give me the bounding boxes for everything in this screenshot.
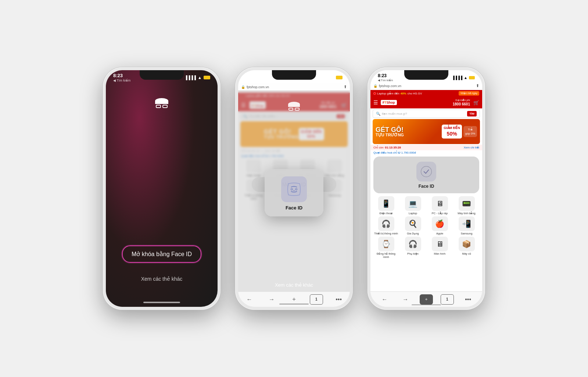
promo-pct-badge-3: GIẢM ĐẾN 50% (442, 125, 462, 139)
home-indicator-1 (143, 302, 180, 303)
share-icon-3[interactable]: ⬆ (476, 83, 479, 88)
grid-item-samsung-3[interactable]: 📲 Samsung (454, 216, 479, 235)
see-more-text-1[interactable]: Xem các thẻ khác (141, 276, 183, 282)
face-id-hat-2 (288, 102, 300, 111)
search-icon-3: 🔍 (376, 112, 380, 116)
browser-bar-2: 🔒 fptshop.com.vn ⬆ (238, 83, 350, 91)
hamburger-3[interactable]: ☰ (373, 100, 378, 105)
back-nav-2[interactable]: ← (243, 294, 256, 305)
unlock-face-id-button[interactable]: Mở khóa bằng Face ID (122, 245, 201, 263)
grid-item-maycu-3[interactable]: 📦 Máy cũ (454, 237, 479, 259)
promo-text-3: GÉT GÔ! TỰU TRƯỜNG (376, 126, 404, 137)
more-btn-3[interactable]: ••• (462, 294, 475, 305)
search-bar-3[interactable]: 🔍 Bạn muốn mua gì? TÌM (373, 109, 480, 118)
tab-count-btn-3[interactable]: 1 (441, 294, 454, 305)
banner-suffix-3: cho HS-SV (408, 92, 422, 95)
search-btn-3[interactable]: TÌM (467, 111, 477, 116)
banner-btn-3[interactable]: Nhận mã ngay (459, 91, 479, 96)
grid-label-watch-3: Đồng hồ thông minh (373, 252, 399, 259)
faceid-card-label-3: Face ID (419, 184, 434, 189)
faceid-svg-2 (286, 181, 302, 198)
forward-btn-3[interactable]: → (399, 294, 412, 305)
address-bar-3[interactable]: 🔒 fptshop.com.vn ⬆ (370, 83, 482, 90)
grid-thumb-samsung-3: 📲 (459, 216, 475, 231)
grid-thumb-apple-3: 🍎 (432, 216, 448, 231)
promo2-3: Quạt điều hoà chỉ từ 1.790.000đ (370, 150, 482, 155)
faceid-popup-icon-2 (281, 176, 307, 202)
grid-item-apple-3[interactable]: 🍎 Apple (427, 216, 452, 235)
svg-point-1 (295, 188, 297, 190)
search-placeholder-3[interactable]: Bạn muốn mua gì? (382, 112, 466, 115)
svg-point-2 (421, 166, 432, 177)
lock-icon-3: 🔒 (373, 84, 377, 88)
grid-thumb-laptop-3: 💻 (405, 196, 421, 211)
checkmark-svg-3 (420, 166, 432, 177)
faceid-popup-2[interactable]: Face ID (265, 169, 323, 216)
faceid-checkmark-3 (416, 162, 436, 182)
grid-label-tablet-3: Máy tính bảng (458, 212, 475, 215)
grid-label-phone-3: Điện thoại (380, 212, 392, 215)
grid-item-manhinh-3[interactable]: 🖥 Màn hình (427, 237, 452, 259)
back-btn-3[interactable]: ← (378, 294, 391, 305)
grid-thumb-watch-3: ⌚ (378, 237, 394, 251)
back-label-1[interactable]: ◀ Tìm kiếm (113, 79, 130, 82)
grid-item-watch-3[interactable]: ⌚ Đồng hồ thông minh (373, 237, 399, 259)
phone-1: 8:23 ◀ Tìm kiếm ▐▐▐▐ ▲ Mở khóa bằng Face… (103, 67, 220, 310)
signal-icon-1: ▐▐▐▐ (184, 75, 196, 80)
grid-label-phukien-3: Phụ kiện (407, 252, 419, 255)
battery-icon-2 (336, 76, 343, 79)
grid-item-phukien-3[interactable]: 🎧 Phụ kiện (400, 237, 426, 259)
phone-3: 8:23 ◀ Tìm kiếm ▐▐▐▐ ▲ 🔒 fptshop.com.vn … (368, 67, 485, 310)
grid-thumb-maycu-3: 📦 (459, 237, 475, 251)
see-more-text-2[interactable]: Xem các thẻ khác (275, 282, 313, 288)
home-indicator-3 (412, 304, 441, 305)
fpt-nav-3: ☰ FT Shop Gọi miễn phí 1800 6601 🛒 (370, 97, 482, 108)
signal-icon-2: ▐▐▐▐ (317, 75, 328, 80)
cart-icon-3[interactable]: 🛒 (473, 100, 479, 105)
signal-icon-3: ▐▐▐▐ (452, 76, 462, 80)
tab-count-nav-2[interactable]: 1 (310, 294, 323, 305)
grid-item-pc-3[interactable]: 🖥 PC - Lắp ráp (427, 196, 452, 215)
phone-2: 8:23 ◀ Tìm kiếm ▐▐▐▐ ▲ 🔒 fptshop.com.vn … (235, 67, 353, 310)
svg-point-0 (291, 188, 293, 190)
grid-item-phone-3[interactable]: 📱 Điện thoại (373, 196, 399, 215)
banner-text-3: Laptop giảm đến (377, 92, 399, 95)
grid-item-laptop-3[interactable]: 💻 Laptop (400, 196, 426, 215)
grid-label-giadung-3: Gia Dụng (407, 232, 419, 235)
status-time-3: 8:23 (378, 73, 393, 78)
notch (140, 70, 184, 80)
wifi-icon-3: ▲ (464, 76, 467, 80)
battery-icon-1 (204, 76, 210, 79)
red-dot-3 (373, 92, 376, 95)
grid-label-samsung-3: Samsung (461, 232, 473, 235)
grid-item-tablet-3[interactable]: 📟 Máy tính bảng (454, 196, 479, 215)
banner-pct-3: 40% (401, 92, 406, 95)
back-label-2[interactable]: ◀ Tìm kiếm (245, 79, 263, 82)
forward-nav-2[interactable]: → (265, 294, 278, 305)
share-icon-2[interactable]: ⬆ (344, 85, 347, 89)
grid-thumb-manhinh-3: 🖥 (432, 237, 448, 251)
grid-item-smart-3[interactable]: 🎧 Thiết bị thông minh (373, 216, 399, 235)
promo-badges-3: GIẢM ĐẾN 50% Trả góp 0% (442, 125, 477, 139)
grid-thumb-smart-3: 🎧 (378, 216, 394, 231)
grid-item-giadung-3[interactable]: 🍳 Gia Dụng (400, 216, 426, 235)
grid-thumb-pc-3: 🖥 (432, 196, 448, 211)
url-2[interactable]: fptshop.com.vn (247, 85, 269, 89)
url-text-3: fptshop.com.vn (379, 84, 401, 88)
grid-label-maycu-3: Máy cũ (462, 252, 471, 255)
status-icons-3: ▐▐▐▐ ▲ (452, 76, 475, 80)
new-tab-btn-3[interactable]: ＋ (420, 294, 433, 305)
grid-thumb-tablet-3: 📟 (459, 196, 475, 211)
more-nav-2[interactable]: ••• (332, 294, 345, 305)
wifi-icon-1: ▲ (198, 75, 202, 80)
new-tab-nav-2[interactable]: ＋ (287, 294, 301, 305)
fpt-logo-3: FT Shop (381, 100, 397, 105)
promo-banner-3: GÉT GÔ! TỰU TRƯỜNG GIẢM ĐẾN 50% Trả góp … (373, 119, 480, 144)
fp-grid-3: 📱 Điện thoại 💻 Laptop 🖥 PC - Lắp ráp 📟 M… (370, 195, 482, 259)
hotline-3: Gọi miễn phí 1800 6601 (453, 98, 470, 107)
blurred-bg-2: Laptop giảm đến 40% cho HS-SV ☰ FTShop T… (238, 83, 350, 307)
grid-label-smart-3: Thiết bị thông minh (374, 232, 398, 235)
lock-icon-2: 🔒 (241, 85, 245, 89)
see-detail-link-3[interactable]: Xem chi tiết (464, 146, 479, 149)
back-label-3[interactable]: ◀ Tìm kiếm (378, 79, 393, 82)
